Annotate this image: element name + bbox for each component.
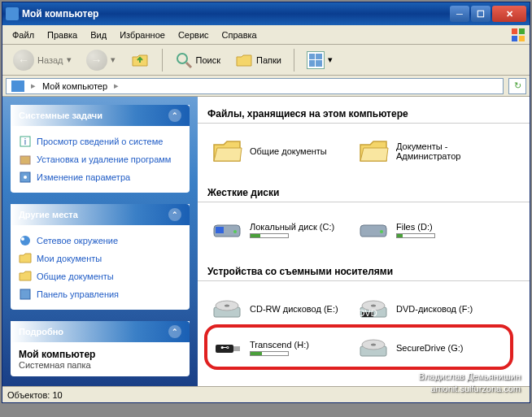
folder-icon [357, 135, 390, 167]
control-panel-icon [19, 288, 32, 301]
folders-icon [235, 52, 253, 68]
menu-service[interactable]: Сервис [172, 28, 216, 42]
address-input[interactable]: ▸ Мой компьютер ▸ [6, 78, 504, 94]
mycomputer-icon [6, 7, 19, 20]
body: Системные задачи ⌃ i Просмотр сведений о… [2, 97, 530, 386]
chevron-down-icon: ▾ [67, 54, 72, 65]
svg-point-10 [24, 176, 27, 179]
item-drive-d[interactable]: Files (D:) [354, 211, 500, 250]
svg-rect-2 [512, 36, 517, 41]
capacity-bar [396, 233, 435, 238]
details-name: Мой компьютер [19, 349, 181, 360]
link-label: Мои документы [37, 254, 102, 263]
cd-drive-icon [357, 332, 390, 364]
item-transcend[interactable]: ⊷ Transcend (H:) [207, 328, 354, 367]
collapse-icon: ⌃ [168, 208, 181, 221]
svg-rect-13 [20, 289, 30, 299]
chevron-down-icon: ▾ [328, 54, 333, 65]
place-mydocs[interactable]: Мои документы [19, 250, 181, 267]
svg-point-22 [371, 305, 376, 307]
menu-view[interactable]: Вид [84, 28, 113, 42]
svg-text:⊷: ⊷ [220, 342, 229, 352]
link-label: Просмотр сведений о системе [37, 137, 163, 146]
mycomputer-icon [11, 80, 24, 92]
search-button[interactable]: Поиск [169, 47, 226, 73]
back-label: Назад [37, 55, 63, 65]
svg-point-11 [20, 236, 30, 245]
separator [294, 49, 294, 72]
svg-text:i: i [24, 137, 26, 146]
package-icon [19, 153, 32, 166]
menu-favorites[interactable]: Избранное [113, 28, 172, 42]
usb-drive-icon: ⊷ [211, 332, 243, 364]
maximize-button[interactable]: ☐ [471, 6, 491, 22]
svg-point-19 [225, 305, 229, 307]
harddrive-icon [357, 214, 390, 246]
addressbar: ▸ Мой компьютер ▸ ↻ [2, 76, 530, 97]
svg-point-30 [371, 344, 376, 346]
minimize-button[interactable]: ─ [450, 6, 469, 22]
item-label: DVD-дисковод (F:) [396, 304, 497, 314]
item-shared-docs[interactable]: Общие документы [207, 132, 354, 171]
breadcrumb-sep: ▸ [31, 80, 36, 91]
menu-file[interactable]: Файл [6, 28, 41, 42]
window-title: Мой компьютер [22, 8, 450, 20]
cd-drive-icon [211, 293, 243, 325]
folders-button[interactable]: Папки [229, 48, 287, 72]
place-network[interactable]: Сетевое окружение [19, 232, 181, 250]
address-path: Мой компьютер [42, 81, 107, 91]
svg-rect-14 [216, 227, 224, 233]
item-admin-docs[interactable]: Документы - Администратор [354, 132, 500, 171]
refresh-button[interactable]: ↻ [508, 78, 526, 94]
section-files-header: Файлы, хранящиеся на этом компьютере [198, 105, 530, 124]
svg-point-15 [233, 230, 237, 233]
task-add-remove[interactable]: Установка и удаление программ [19, 150, 181, 168]
content-pane: Файлы, хранящиеся на этом компьютере Общ… [198, 97, 530, 386]
panel-title: Другие места [19, 210, 78, 219]
link-label: Общие документы [37, 271, 114, 281]
task-system-info[interactable]: i Просмотр сведений о системе [19, 132, 181, 150]
panel-header[interactable]: Подробно ⌃ [11, 321, 190, 342]
svg-rect-0 [512, 28, 517, 34]
sidebar: Системные задачи ⌃ i Просмотр сведений о… [2, 97, 198, 386]
svg-rect-3 [519, 36, 525, 41]
link-label: Изменение параметра [37, 172, 130, 182]
item-label: Общие документы [250, 146, 351, 156]
search-icon [175, 51, 193, 69]
toolbar: ← Назад ▾ → ▾ Поиск Папки ▾ [2, 45, 530, 76]
item-drive-c[interactable]: Локальный диск (C:) [207, 211, 354, 250]
views-icon [307, 51, 325, 69]
views-button[interactable]: ▾ [301, 47, 338, 73]
panel-header[interactable]: Системные задачи ⌃ [11, 105, 190, 126]
item-label: Transcend (H:) [250, 340, 309, 350]
section-removable-header: Устройства со съемными носителями [198, 263, 530, 281]
menu-help[interactable]: Справка [216, 28, 264, 42]
place-shared-docs[interactable]: Общие документы [19, 267, 181, 285]
panel-other-places: Другие места ⌃ Сетевое окружение Мои док… [11, 204, 190, 310]
panel-header[interactable]: Другие места ⌃ [11, 204, 190, 225]
explorer-window: Мой компьютер ─ ☐ ✕ Файл Правка Вид Избр… [2, 2, 530, 403]
item-cdrw[interactable]: CD-RW дисковод (E:) [207, 289, 354, 328]
folder-icon [19, 252, 32, 265]
place-control-panel[interactable]: Панель управления [19, 285, 181, 303]
folder-icon [211, 135, 243, 167]
item-securedrive[interactable]: SecureDrive (G:) [354, 328, 500, 367]
collapse-icon: ⌃ [168, 109, 181, 122]
svg-text:DVD: DVD [358, 308, 377, 318]
back-button[interactable]: ← Назад ▾ [7, 46, 77, 75]
up-button[interactable] [124, 46, 155, 74]
titlebar[interactable]: Мой компьютер ─ ☐ ✕ [2, 2, 530, 25]
close-button[interactable]: ✕ [492, 6, 526, 22]
item-dvd[interactable]: DVD DVD-дисковод (F:) [354, 289, 500, 328]
item-label: Документы - Администратор [396, 141, 497, 161]
task-change-setting[interactable]: Изменение параметра [19, 168, 181, 186]
panel-title: Подробно [19, 327, 63, 337]
svg-point-4 [177, 54, 187, 63]
folders-label: Папки [256, 55, 281, 65]
item-label: SecureDrive (G:) [396, 343, 497, 353]
windows-logo-icon [510, 27, 526, 43]
forward-button[interactable]: → ▾ [81, 46, 121, 75]
svg-rect-8 [20, 156, 30, 164]
menu-edit[interactable]: Правка [41, 28, 84, 42]
svg-rect-26 [233, 346, 240, 351]
